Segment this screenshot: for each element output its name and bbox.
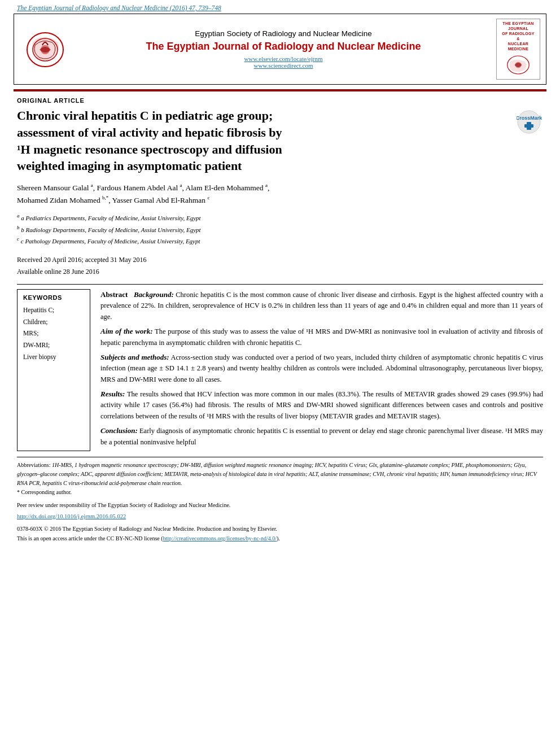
affiliations: a a Pediatrics Departments, Faculty of M… (0, 208, 560, 248)
subjects-label: Subjects and methods: (100, 353, 169, 361)
section-label: ORIGINAL ARTICLE (0, 91, 560, 107)
abstract-results: Results: The results showed that HCV inf… (100, 388, 543, 422)
abbreviations-text: 1H-MRS, 1 hydrogen magnetic resonance sp… (17, 462, 537, 486)
journal-link[interactable]: The Egyptian Journal of Radiology and Nu… (0, 0, 560, 14)
svg-text:CrossMark: CrossMark (517, 115, 542, 121)
journal-title: The Egyptian Journal of Radiology and Nu… (76, 40, 491, 53)
logo-right: THE EGYPTIAN JOURNALOF RADIOLOGY&NUCLEAR… (496, 19, 540, 80)
corresponding-note: * Corresponding author. (17, 489, 72, 495)
keyword-item: MRS; (23, 327, 84, 339)
keywords-title: KEYWORDS (23, 294, 84, 301)
doi-link[interactable]: http://dx.doi.org/10.1016/j.ejrnm.2016.0… (0, 512, 560, 521)
article-title-section: Chronic viral hepatitis C in pediatric a… (0, 107, 560, 174)
svg-rect-8 (524, 124, 533, 128)
results-text: The results showed that HCV infection wa… (100, 390, 543, 420)
open-access: This is an open access article under the… (17, 534, 543, 543)
cc-license-link[interactable]: http://creativecommons.org/licenses/by-n… (163, 535, 277, 541)
keyword-item: DW-MRI; (23, 339, 84, 351)
abstract-label: Abstract (100, 290, 128, 299)
keyword-item: Liver biopsy (23, 351, 84, 363)
aim-label: Aim of the work: (100, 327, 153, 335)
conclusion-label: Conclusion: (100, 426, 138, 435)
crossmark-logo: CrossMark (515, 110, 543, 137)
abstract-subjects: Subjects and methods: Across-section stu… (100, 352, 543, 385)
header-center: Egyptian Society of Radiology and Nuclea… (76, 29, 491, 69)
content-divider (17, 284, 543, 285)
logo-left (20, 28, 71, 71)
authors: Shereen Mansour Galal a, Fardous Hanem A… (0, 174, 560, 208)
background-label: Background: (134, 290, 174, 299)
keywords-list: Hepatitis C; Children; MRS; DW-MRI; Live… (23, 304, 84, 362)
header-links: www.elsevier.com/locate/ejrnm www.scienc… (76, 55, 491, 69)
sciencedirect-link[interactable]: www.sciencedirect.com (76, 62, 491, 69)
main-content: KEYWORDS Hepatitis C; Children; MRS; DW-… (0, 289, 560, 451)
footnotes: Abbreviations: 1H-MRS, 1 hydrogen magnet… (0, 461, 560, 497)
keyword-item: Children; (23, 316, 84, 328)
elsevier-link[interactable]: www.elsevier.com/locate/ejrnm (76, 55, 491, 62)
peer-review: Peer review under responsibility of The … (0, 497, 560, 512)
received-dates: Received 20 April 2016; accepted 31 May … (0, 248, 560, 279)
abstract-conclusion: Conclusion: Early diagnosis of asymptoma… (100, 425, 543, 448)
abbreviations-label: Abbreviations: (17, 462, 50, 468)
society-name: Egyptian Society of Radiology and Nuclea… (76, 29, 491, 38)
journal-header: Egyptian Society of Radiology and Nuclea… (14, 14, 546, 85)
copyright: 0378-603X © 2016 The Egyptian Society of… (0, 521, 560, 545)
results-label: Results: (100, 390, 125, 398)
aim-text: The purpose of this study was to assess … (100, 327, 543, 346)
abstract-column: Abstract Background: Chronic hepatitis C… (100, 289, 543, 451)
abstract-aim: Aim of the work: The purpose of this stu… (100, 326, 543, 348)
keywords-box: KEYWORDS Hepatitis C; Children; MRS; DW-… (17, 289, 90, 451)
article-title: Chronic viral hepatitis C in pediatric a… (17, 107, 515, 174)
conclusion-text: Early diagnosis of asymptomatic chronic … (100, 427, 543, 445)
footer-divider (17, 457, 543, 457)
keyword-item: Hepatitis C; (23, 304, 84, 316)
abstract-background: Abstract Background: Chronic hepatitis C… (100, 289, 543, 322)
